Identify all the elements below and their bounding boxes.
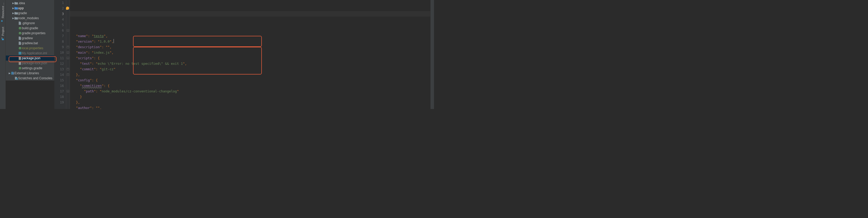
tree-item[interactable]: gradle.properties xyxy=(6,31,54,35)
toolbar-tab-label: Project xyxy=(1,27,4,36)
tree-item[interactable]: gradlew xyxy=(6,35,54,40)
tree-item[interactable]: ▶.idea xyxy=(6,1,54,5)
folder-icon xyxy=(14,16,18,20)
tree-item[interactable]: .gitignore xyxy=(6,21,54,26)
tree-item-label: Scratches and Consoles xyxy=(18,76,52,80)
code-line[interactable] xyxy=(72,28,430,33)
line-number[interactable]: 19 xyxy=(54,100,64,105)
tree-item[interactable]: ▶gradle xyxy=(6,10,54,16)
line-number[interactable]: 9 xyxy=(54,44,64,50)
tree-item[interactable]: ▶app xyxy=(6,5,54,10)
code-line[interactable]: "commitizen": { xyxy=(72,83,430,88)
expand-arrow-icon[interactable]: ▶ xyxy=(12,2,14,4)
file-icon xyxy=(18,21,22,25)
fold-toggle-icon[interactable]: − xyxy=(67,51,69,54)
line-number[interactable]: 4 xyxy=(54,17,64,22)
line-number[interactable]: 13 xyxy=(54,66,64,72)
tree-item-label: External Libraries xyxy=(14,71,39,75)
expand-arrow-icon[interactable]: ▶ xyxy=(8,72,10,75)
tree-item[interactable]: local.properties xyxy=(6,46,54,51)
svg-rect-0 xyxy=(1,20,3,22)
annotation-highlight-commit xyxy=(133,36,262,47)
code-area[interactable]: "name": "testp", "version": "1.0.0", "de… xyxy=(70,0,430,109)
diamond-icon xyxy=(1,19,4,23)
line-number[interactable]: 15 xyxy=(54,77,64,83)
line-number[interactable]: 1 xyxy=(54,0,64,5)
line-number[interactable]: 7 xyxy=(54,33,64,39)
code-line[interactable]: "config": { xyxy=(72,77,430,83)
tree-item-label: settings.gradle xyxy=(22,66,42,70)
file-icon xyxy=(18,36,22,40)
svg-rect-6 xyxy=(19,52,21,55)
tree-item-label: node_modules xyxy=(18,16,39,20)
tree-item[interactable]: gradlew.bat xyxy=(6,40,54,46)
gradle-icon xyxy=(18,46,22,50)
svg-rect-12 xyxy=(13,72,14,75)
line-number[interactable]: 2 xyxy=(54,5,64,11)
line-number[interactable]: 5 xyxy=(54,22,64,28)
left-toolwindow-strip: Resource ... Project xyxy=(0,0,6,109)
tree-item-label: gradlew.bat xyxy=(22,41,38,45)
fold-column[interactable]: −−⌃−−⌃⌃− xyxy=(66,0,70,109)
project-tree[interactable]: ▶.idea▶app▶gradle▶node_modules.gitignore… xyxy=(6,0,54,81)
svg-text:{}: {} xyxy=(19,62,20,64)
expand-arrow-icon[interactable]: ▶ xyxy=(12,12,14,15)
tree-item[interactable]: Scratches and Consoles xyxy=(6,76,54,81)
line-number[interactable]: 16 xyxy=(54,83,64,88)
annotation-highlight-file xyxy=(9,56,57,62)
tree-item-label: .idea xyxy=(18,1,25,5)
tree-item[interactable]: ▶External Libraries xyxy=(6,71,54,76)
code-line[interactable]: } xyxy=(72,94,430,100)
right-gutter-strip xyxy=(430,0,434,109)
fold-toggle-icon[interactable]: ⌃ xyxy=(67,74,69,76)
lib-icon xyxy=(10,71,14,75)
line-number[interactable]: 3 xyxy=(54,11,64,17)
line-number[interactable]: 17 xyxy=(54,88,64,94)
fold-toggle-icon[interactable]: ⌃ xyxy=(67,68,69,70)
tree-item-label: My Application.iml xyxy=(22,51,47,55)
tree-item[interactable]: build.gradle xyxy=(6,26,54,31)
tree-item-label: gradle.properties xyxy=(22,31,45,35)
gradle-icon xyxy=(18,66,22,70)
code-line[interactable]: }, xyxy=(72,100,430,105)
line-number[interactable]: 14 xyxy=(54,72,64,77)
project-icon xyxy=(1,37,4,40)
tree-item-label: local.properties xyxy=(22,46,43,50)
iml-icon xyxy=(18,51,22,55)
file-icon xyxy=(18,41,22,45)
fold-toggle-icon[interactable]: − xyxy=(67,57,69,59)
resource-manager-tab[interactable]: Resource ... xyxy=(1,1,5,25)
svg-rect-11 xyxy=(12,72,13,75)
gradle-icon xyxy=(18,26,22,30)
tree-item[interactable]: ▶node_modules xyxy=(6,16,54,21)
project-tab[interactable]: Project xyxy=(1,25,5,43)
tree-item[interactable]: settings.gradle xyxy=(6,65,54,71)
expand-arrow-icon[interactable]: ▶ xyxy=(12,17,14,20)
line-number[interactable]: 8 xyxy=(54,39,64,44)
svg-rect-2 xyxy=(2,38,2,38)
line-number[interactable]: 18 xyxy=(54,94,64,100)
annotation-highlight-config xyxy=(133,47,262,75)
svg-rect-10 xyxy=(11,72,12,75)
code-line[interactable]: "path": "node_modules/cz-conventional-ch… xyxy=(72,88,430,94)
current-line-highlight xyxy=(70,11,430,17)
line-number-gutter[interactable]: 12345678910111213141516171819 xyxy=(54,0,66,109)
intention-bulb-icon[interactable] xyxy=(66,7,69,10)
expand-arrow-icon[interactable]: ▶ xyxy=(12,7,14,9)
tree-item-label: gradlew xyxy=(22,36,33,40)
code-line[interactable]: "author": "", xyxy=(72,105,430,109)
line-number[interactable]: 6 xyxy=(54,28,64,33)
folder-app-icon xyxy=(14,6,18,10)
code-editor[interactable]: 12345678910111213141516171819 −−⌃−−⌃⌃− "… xyxy=(54,0,430,109)
fold-toggle-icon[interactable]: − xyxy=(67,90,69,92)
toolbar-tab-label: Resource ... xyxy=(1,3,4,18)
tree-item-label: app xyxy=(18,6,24,10)
tree-item-label: build.gradle xyxy=(22,26,38,30)
fold-toggle-icon[interactable]: ⌃ xyxy=(67,46,69,48)
gradle-icon xyxy=(18,31,22,35)
tree-item[interactable]: My Application.iml xyxy=(6,51,54,56)
folder-icon xyxy=(14,11,18,15)
line-number[interactable]: 10 xyxy=(54,50,64,55)
fold-toggle-icon[interactable]: − xyxy=(67,29,69,32)
svg-rect-1 xyxy=(2,39,4,40)
